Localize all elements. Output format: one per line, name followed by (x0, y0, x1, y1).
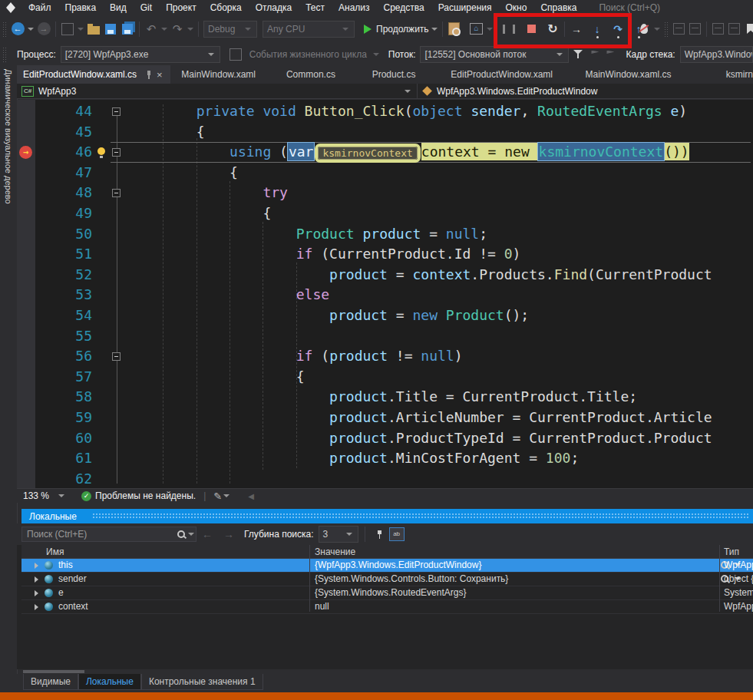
code-cleanup-caret[interactable] (223, 494, 230, 497)
code-text[interactable]: product.MinCostForAgent = 100; (130, 448, 579, 469)
continue-button[interactable]: Продолжить (364, 20, 429, 38)
menu-item[interactable]: Тест (299, 1, 332, 15)
test-explorer-button[interactable] (447, 20, 462, 38)
doc-tab[interactable]: Common.cs (267, 65, 355, 84)
column-header-value[interactable]: Значение (315, 546, 355, 557)
menu-item[interactable]: Сборка (203, 1, 249, 15)
pin-icon[interactable] (144, 70, 152, 79)
variable-row[interactable]: this{WpfApp3.Windows.EditProductWindow}W… (21, 559, 753, 573)
menu-item[interactable]: Анализ (332, 1, 377, 15)
fold-toggle[interactable] (112, 189, 121, 197)
expand-arrow-icon[interactable] (35, 590, 38, 596)
menu-item[interactable]: Правка (58, 1, 104, 15)
menu-item[interactable]: Средства (377, 1, 431, 15)
save-button[interactable] (103, 20, 118, 38)
doc-tab[interactable]: EditProductWindow.xaml.cs× (17, 65, 170, 84)
lifecycle-caret[interactable] (373, 53, 379, 56)
column-divider[interactable] (719, 545, 720, 612)
variable-row[interactable]: contextnullWpfApp (21, 600, 753, 614)
fold-toggle[interactable] (112, 107, 121, 116)
code-editor[interactable]: 44 private void Button_Click(object send… (17, 100, 753, 488)
menu-item[interactable]: Вид (103, 1, 134, 15)
menu-item[interactable]: Справка (533, 1, 583, 15)
variable-row[interactable]: sender{System.Windows.Controls.Button: С… (21, 573, 753, 586)
undo-caret[interactable] (161, 28, 167, 31)
process-select[interactable]: [2720] WpfApp3.exe (61, 46, 220, 63)
toolbar-grip[interactable] (664, 21, 669, 37)
locals-search-box[interactable] (21, 527, 197, 542)
zoom-level-select[interactable]: 133 % (23, 490, 49, 501)
search-prev-arrow[interactable]: ← (202, 528, 213, 540)
menu-item[interactable]: Проект (159, 1, 203, 15)
search-magnifier-icon[interactable] (177, 530, 187, 540)
column-header-type[interactable]: Тип (724, 546, 739, 557)
code-text[interactable]: product.ProductTypeId = CurrentProduct.P… (130, 428, 712, 449)
breadcrumb-project-select[interactable]: C# WpfApp3 (17, 84, 418, 98)
toolbar-grip[interactable] (2, 47, 7, 62)
element-window-button[interactable]: ⌂ (469, 20, 484, 38)
vertical-tab-dynamic-visual-tree[interactable]: Динамическое визуальное дерево (4, 69, 13, 204)
doc-tab[interactable]: EditProductWindow.xaml (433, 65, 570, 84)
code-text[interactable]: product = new Product(); (130, 305, 529, 326)
stack-frame-select[interactable]: WpfApp3.Windows.Ed (680, 46, 753, 63)
back-dropdown-caret[interactable] (28, 28, 34, 31)
navigate-forward-button[interactable]: → (36, 20, 51, 38)
code-text[interactable]: product = context.Products.Find(CurrentP… (130, 265, 712, 286)
doc-tab[interactable]: MainWindow.xaml (170, 65, 267, 84)
hscroll-thumb[interactable] (23, 670, 84, 673)
search-options-caret[interactable] (188, 533, 194, 536)
element-window-caret[interactable] (487, 28, 493, 31)
menu-item[interactable]: Расширения (431, 1, 499, 15)
solution-platform-select[interactable]: Any CPU (263, 21, 355, 38)
toolbar-grip[interactable] (2, 21, 7, 37)
undo-button[interactable]: ↶ (144, 20, 159, 38)
code-text[interactable]: if (CurrentProduct.Id != 0) (130, 244, 520, 265)
tool-tab[interactable]: Видимые (23, 674, 78, 690)
code-text[interactable]: if (product != null) (130, 346, 463, 367)
locals-search-input[interactable] (22, 529, 177, 540)
doc-tab[interactable]: Product.cs (355, 65, 433, 84)
pin-values-button[interactable] (372, 526, 388, 543)
problems-status[interactable]: Проблемы не найдены. (95, 490, 196, 501)
code-text[interactable]: Product product = null; (130, 224, 487, 245)
code-text[interactable]: { (130, 367, 305, 388)
code-text[interactable]: try (130, 183, 288, 203)
tool-tab[interactable]: Локальные (78, 674, 141, 690)
save-all-button[interactable] (120, 20, 135, 38)
hscroll-left-button[interactable]: ◀ (248, 492, 254, 500)
code-text[interactable]: else (130, 285, 329, 305)
show-types-toggle[interactable]: ab (388, 526, 405, 543)
code-text[interactable]: product.Title = CurrentProduct.Title; (130, 387, 637, 408)
hot-reload-caret[interactable] (654, 28, 660, 31)
hot-reload-button[interactable] (636, 20, 652, 38)
open-file-button[interactable] (86, 20, 101, 38)
expand-arrow-icon[interactable] (35, 604, 38, 610)
search-depth-select[interactable]: 3 (319, 526, 358, 543)
locals-title-bar[interactable]: Локальные (21, 509, 753, 523)
code-text[interactable]: using (varksmirnovContextcontext = new k… (130, 142, 689, 164)
solution-configuration-select[interactable]: Debug (203, 21, 257, 38)
new-project-button[interactable] (60, 20, 75, 38)
menu-item[interactable]: Окно (498, 1, 533, 15)
code-text[interactable]: { (130, 203, 271, 224)
code-text[interactable]: { (130, 122, 205, 143)
code-text[interactable]: product.ArticleNumber = CurrentProduct.A… (130, 408, 712, 428)
navigate-back-button[interactable]: ← (10, 20, 25, 38)
menu-item[interactable]: Файл (21, 1, 58, 15)
code-text[interactable]: private void Button_Click(object sender,… (130, 101, 687, 122)
doc-tab[interactable]: ksmirn (686, 65, 753, 84)
expand-arrow-icon[interactable] (35, 563, 38, 569)
lightbulb-icon[interactable] (97, 147, 106, 158)
fold-toggle[interactable] (112, 148, 121, 157)
menu-item[interactable]: Git (134, 1, 159, 15)
doc-tab[interactable]: MainWindow.xaml.cs (570, 65, 685, 84)
lifecycle-events-label[interactable]: События жизненного цикла (249, 49, 367, 60)
new-project-caret[interactable] (78, 28, 84, 31)
bookmark-icon[interactable] (747, 24, 753, 34)
code-cleanup-icon[interactable]: ✎ (213, 490, 222, 502)
redo-button[interactable]: ↷ (170, 20, 185, 38)
column-header-name[interactable]: Имя (46, 546, 64, 557)
breakpoint-current-statement-icon[interactable]: → (19, 146, 32, 159)
redo-caret[interactable] (187, 28, 193, 31)
quick-search-box[interactable]: Поиск (Ctrl+Q) (599, 2, 660, 13)
